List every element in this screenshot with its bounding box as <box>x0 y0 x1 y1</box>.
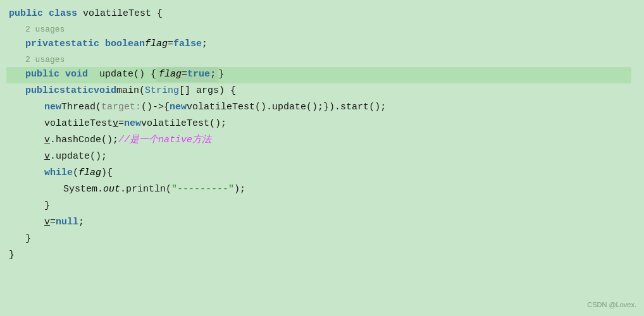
line-update-method: public void update() { flag=true; } <box>6 67 631 83</box>
line-close-class: } <box>6 248 631 264</box>
usage-hint-2: 2 usages <box>6 53 631 67</box>
line-hashcode: v .hashCode(); //是一个native方法 <box>6 133 631 149</box>
line-println: System. out .println( "---------" ); <box>6 182 631 198</box>
line-vt-decl: volatileTest v = new volatileTest(); <box>6 116 631 133</box>
line-main-decl: public static void main( String [] args)… <box>6 83 631 100</box>
watermark: CSDN @Lovex. <box>587 300 636 311</box>
line-while-loop: while ( flag ){ <box>6 166 631 182</box>
class-decl-text: public class volatileTest { <box>9 6 163 21</box>
code-container: public class volatileTest { 2 usages pri… <box>0 0 644 316</box>
line-class-decl: public class volatileTest { <box>6 6 631 23</box>
line-field-decl: private static boolean flag = false ; <box>6 37 631 53</box>
line-v-null: v = null ; <box>6 215 631 231</box>
line-new-thread: new Thread( target: ()->{ new volatileTe… <box>6 100 631 116</box>
line-close-while: } <box>6 198 631 215</box>
line-close-main: } <box>6 231 631 248</box>
usage-hint-1: 2 usages <box>6 23 631 37</box>
line-update-call: v .update(); <box>6 149 631 166</box>
